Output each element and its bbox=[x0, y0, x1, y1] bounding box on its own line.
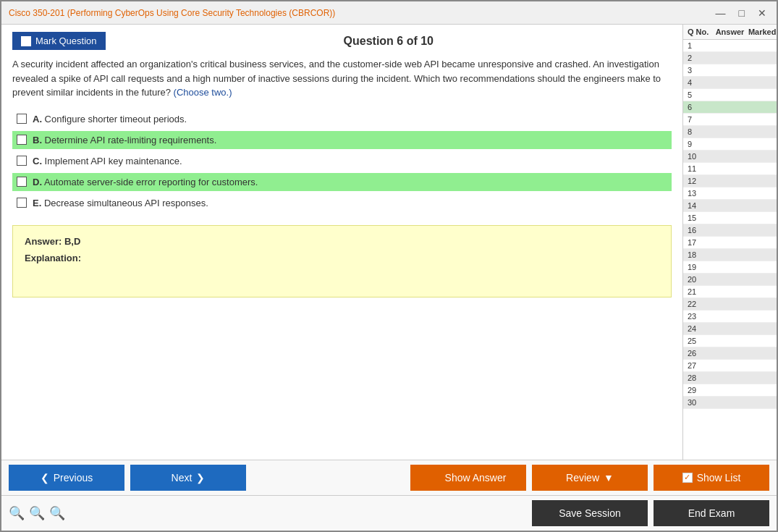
zoom-out-icon[interactable]: 🔍 bbox=[9, 505, 25, 521]
option-e[interactable]: E. Decrease simultaneous API responses. bbox=[12, 194, 672, 212]
sidebar-row-5[interactable]: 5 bbox=[683, 89, 777, 101]
exam-window: Cisco 350-201 (Performing CyberOps Using… bbox=[0, 0, 778, 532]
mark-question-button[interactable]: Mark Question bbox=[12, 32, 106, 50]
sidebar-row-8[interactable]: 8 bbox=[683, 126, 777, 138]
option-d-text: D. Automate server-side error reporting … bbox=[33, 177, 258, 187]
window-controls: — □ ✕ bbox=[713, 7, 769, 19]
sidebar-row-6[interactable]: 6 bbox=[683, 101, 777, 114]
save-session-label: Save Session bbox=[559, 507, 621, 519]
sidebar-header: Q No. Answer Marked bbox=[683, 25, 777, 40]
sidebar-row-9[interactable]: 9 bbox=[683, 138, 777, 151]
sidebar-row-18[interactable]: 18 bbox=[683, 249, 777, 261]
minimize-icon[interactable]: — bbox=[713, 7, 729, 19]
save-session-button[interactable]: Save Session bbox=[532, 500, 648, 526]
option-b-text: B. Determine API rate-limiting requireme… bbox=[33, 135, 216, 145]
sidebar-row-29[interactable]: 29 bbox=[683, 384, 777, 397]
bottom-bar-secondary: 🔍 🔍 🔍 Save Session End Exam bbox=[1, 495, 777, 531]
explanation-label: Explanation: bbox=[25, 253, 659, 263]
sidebar-row-17[interactable]: 17 bbox=[683, 237, 777, 249]
main-panel: Mark Question Question 6 of 10 A securit… bbox=[1, 25, 682, 460]
zoom-in-icon[interactable]: 🔍 bbox=[49, 505, 65, 521]
sidebar-row-30[interactable]: 30 bbox=[683, 397, 777, 409]
options-list: A. Configure shorter timeout periods. B.… bbox=[12, 110, 672, 215]
sidebar-row-10[interactable]: 10 bbox=[683, 151, 777, 163]
next-arrow-icon: ❯ bbox=[196, 472, 205, 484]
header-answer: Answer bbox=[712, 28, 748, 36]
option-a-text: A. Configure shorter timeout periods. bbox=[33, 114, 187, 124]
zoom-controls: 🔍 🔍 🔍 bbox=[9, 505, 65, 521]
question-body: A security incident affected an organiza… bbox=[12, 59, 661, 98]
sidebar-row-22[interactable]: 22 bbox=[683, 298, 777, 311]
content-area: Mark Question Question 6 of 10 A securit… bbox=[1, 25, 777, 460]
review-arrow-icon: ▼ bbox=[604, 472, 614, 484]
window-title: Cisco 350-201 (Performing CyberOps Using… bbox=[9, 8, 335, 18]
sidebar-row-21[interactable]: 21 bbox=[683, 286, 777, 298]
show-list-label: Show List bbox=[697, 472, 741, 484]
sidebar-row-3[interactable]: 3 bbox=[683, 64, 777, 77]
sidebar-row-25[interactable]: 25 bbox=[683, 335, 777, 347]
option-e-text: E. Decrease simultaneous API responses. bbox=[33, 198, 208, 208]
end-exam-label: End Exam bbox=[688, 507, 735, 519]
option-d[interactable]: D. Automate server-side error reporting … bbox=[12, 173, 672, 191]
sidebar-row-16[interactable]: 16 bbox=[683, 224, 777, 237]
sidebar-row-14[interactable]: 14 bbox=[683, 200, 777, 212]
review-label: Review bbox=[566, 472, 599, 484]
show-answer-button[interactable]: Show Answer bbox=[410, 465, 526, 491]
sidebar-row-4[interactable]: 4 bbox=[683, 77, 777, 89]
option-c[interactable]: C. Implement API key maintenance. bbox=[12, 152, 672, 170]
mark-question-label: Mark Question bbox=[35, 35, 97, 46]
answer-box: Answer: B,D Explanation: bbox=[12, 225, 672, 297]
mark-checkbox-icon bbox=[21, 36, 31, 46]
sidebar-row-20[interactable]: 20 bbox=[683, 274, 777, 286]
show-list-button[interactable]: Show List bbox=[654, 465, 769, 491]
maximize-icon[interactable]: □ bbox=[736, 7, 748, 19]
end-exam-button[interactable]: End Exam bbox=[654, 500, 769, 526]
next-label: Next bbox=[172, 472, 193, 484]
option-d-checkbox[interactable] bbox=[17, 177, 27, 187]
sidebar-row-11[interactable]: 11 bbox=[683, 163, 777, 175]
title-plain: Cisco 350-201 ( bbox=[9, 8, 70, 18]
zoom-reset-icon[interactable]: 🔍 bbox=[29, 505, 45, 521]
previous-button[interactable]: ❮ Previous bbox=[9, 465, 124, 491]
choose-note: (Choose two.) bbox=[174, 87, 232, 98]
prev-label: Previous bbox=[54, 472, 93, 484]
header-marked: Marked bbox=[748, 28, 777, 36]
sidebar-row-13[interactable]: 13 bbox=[683, 187, 777, 200]
sidebar-row-12[interactable]: 12 bbox=[683, 175, 777, 187]
review-button[interactable]: Review ▼ bbox=[532, 465, 648, 491]
sidebar-row-28[interactable]: 28 bbox=[683, 372, 777, 384]
option-a[interactable]: A. Configure shorter timeout periods. bbox=[12, 110, 672, 128]
title-bar: Cisco 350-201 (Performing CyberOps Using… bbox=[1, 1, 777, 25]
show-list-check-icon bbox=[682, 473, 693, 483]
sidebar-row-7[interactable]: 7 bbox=[683, 114, 777, 126]
title-end: ) bbox=[332, 8, 335, 18]
option-e-checkbox[interactable] bbox=[17, 198, 27, 208]
sidebar-row-15[interactable]: 15 bbox=[683, 212, 777, 224]
header-qno: Q No. bbox=[683, 28, 712, 36]
sidebar-row-26[interactable]: 26 bbox=[683, 347, 777, 360]
sidebar-row-23[interactable]: 23 bbox=[683, 311, 777, 323]
bottom-bar-navigation: ❮ Previous Next ❯ Show Answer Review ▼ S… bbox=[1, 460, 777, 495]
option-c-checkbox[interactable] bbox=[17, 156, 27, 166]
show-answer-icon bbox=[431, 473, 441, 483]
sidebar-row-27[interactable]: 27 bbox=[683, 360, 777, 372]
prev-arrow-icon: ❮ bbox=[41, 472, 49, 484]
question-title: Question 6 of 10 bbox=[106, 35, 672, 48]
sidebar-row-1[interactable]: 1 bbox=[683, 40, 777, 52]
question-text: A security incident affected an organiza… bbox=[12, 57, 672, 100]
sidebar-row-2[interactable]: 2 bbox=[683, 52, 777, 64]
show-answer-label: Show Answer bbox=[445, 472, 507, 484]
toolbar: Mark Question Question 6 of 10 bbox=[12, 32, 672, 50]
answer-label: Answer: B,D bbox=[25, 236, 659, 247]
sidebar-row-19[interactable]: 19 bbox=[683, 261, 777, 274]
sidebar-rows[interactable]: 1234567891011121314151617181920212223242… bbox=[683, 40, 777, 460]
option-b[interactable]: B. Determine API rate-limiting requireme… bbox=[12, 131, 672, 149]
question-list-sidebar: Q No. Answer Marked 12345678910111213141… bbox=[682, 25, 777, 460]
sidebar-row-24[interactable]: 24 bbox=[683, 323, 777, 335]
option-a-checkbox[interactable] bbox=[17, 114, 27, 124]
close-icon[interactable]: ✕ bbox=[755, 7, 769, 19]
title-colored: Performing CyberOps Using Core Security … bbox=[70, 8, 333, 18]
option-c-text: C. Implement API key maintenance. bbox=[33, 156, 182, 166]
next-button[interactable]: Next ❯ bbox=[130, 465, 246, 491]
option-b-checkbox[interactable] bbox=[17, 135, 27, 145]
